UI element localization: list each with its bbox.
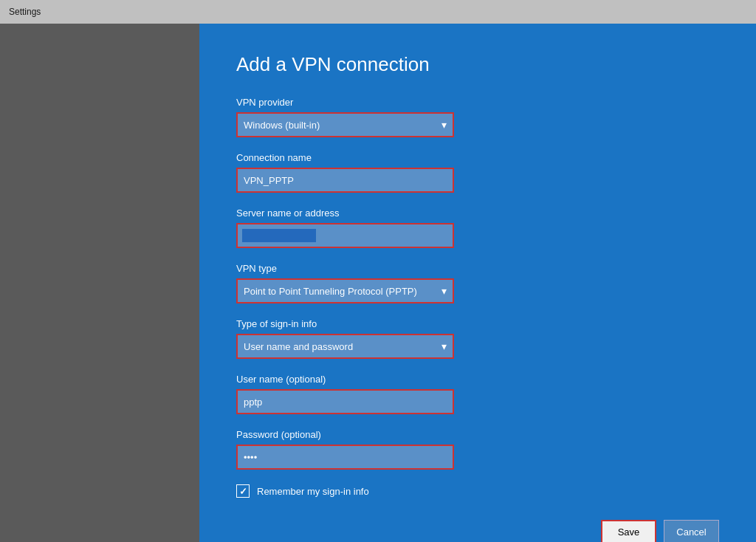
vpn-type-wrapper: Point to Point Tunneling Protocol (PPTP) (236, 278, 454, 303)
sign-in-type-label: Type of sign-in info (236, 318, 719, 329)
cancel-button[interactable]: Cancel (664, 520, 719, 542)
connection-name-group: Connection name (236, 152, 719, 193)
vpn-provider-select[interactable]: Windows (built-in) (236, 112, 454, 137)
remember-signin-group: Remember my sign-in info (236, 484, 719, 498)
password-input[interactable] (236, 445, 454, 470)
password-group: Password (optional) (236, 429, 719, 470)
vpn-type-label: VPN type (236, 263, 719, 274)
password-label: Password (optional) (236, 429, 719, 440)
server-input-container (236, 223, 454, 248)
vpn-provider-group: VPN provider Windows (built-in) (236, 97, 719, 137)
connection-name-input[interactable] (236, 168, 454, 193)
page-title: Add a VPN connection (236, 53, 719, 76)
sign-in-type-select[interactable]: User name and password (236, 334, 454, 359)
content-area: Add a VPN connection VPN provider Window… (199, 24, 756, 542)
server-name-label: Server name or address (236, 207, 719, 219)
username-label: User name (optional) (236, 374, 719, 385)
username-group: User name (optional) (236, 374, 719, 414)
vpn-provider-wrapper: Windows (built-in) (236, 112, 454, 137)
save-button[interactable]: Save (601, 520, 656, 542)
username-input[interactable] (236, 389, 454, 414)
sign-in-type-wrapper: User name and password (236, 334, 454, 359)
vpn-provider-label: VPN provider (236, 97, 719, 108)
server-name-input[interactable] (236, 223, 454, 248)
sign-in-type-group: Type of sign-in info User name and passw… (236, 318, 719, 359)
connection-name-label: Connection name (236, 152, 719, 163)
remember-signin-label: Remember my sign-in info (257, 486, 369, 497)
vpn-type-select[interactable]: Point to Point Tunneling Protocol (PPTP) (236, 278, 454, 303)
checkbox-icon (236, 484, 250, 498)
title-bar-text: Settings (9, 7, 41, 17)
vpn-type-group: VPN type Point to Point Tunneling Protoc… (236, 263, 719, 303)
main-container: Add a VPN connection VPN provider Window… (0, 24, 756, 542)
button-row: Save Cancel (236, 520, 719, 542)
remember-signin-checkbox[interactable]: Remember my sign-in info (236, 484, 369, 498)
title-bar: Settings (0, 0, 756, 24)
server-name-group: Server name or address (236, 207, 719, 248)
sidebar (0, 24, 199, 542)
